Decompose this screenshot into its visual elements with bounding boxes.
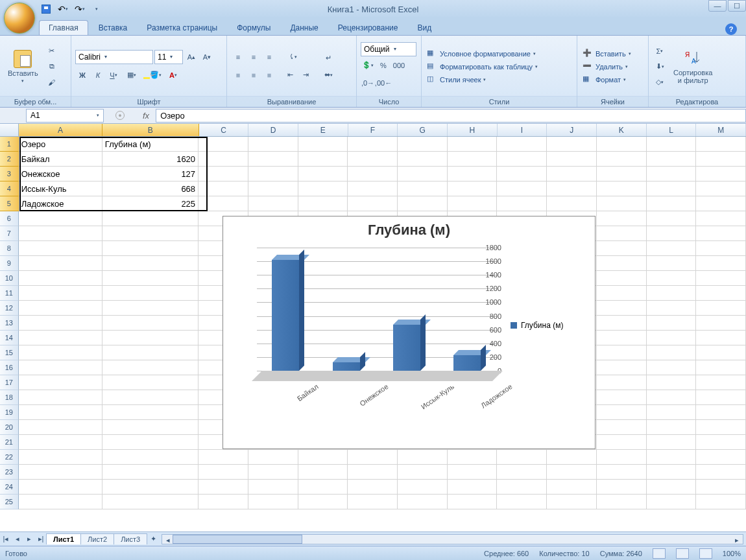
cell-M6[interactable] xyxy=(696,211,746,226)
help-icon[interactable]: ? xyxy=(725,23,737,35)
cell-L10[interactable] xyxy=(647,271,697,286)
cell-D23[interactable] xyxy=(248,465,298,480)
save-button[interactable] xyxy=(39,2,53,16)
cell-A2[interactable]: Байкал xyxy=(19,152,102,167)
row-header-6[interactable]: 6 xyxy=(0,211,19,226)
cell-E25[interactable] xyxy=(298,495,348,509)
cell-A18[interactable] xyxy=(19,390,102,405)
fill-color-button[interactable]: 🪣▾ xyxy=(143,68,162,82)
cell-A1[interactable]: Озеро xyxy=(19,137,102,152)
cell-F24[interactable] xyxy=(348,480,398,495)
cell-L8[interactable] xyxy=(647,241,697,256)
cell-C22[interactable] xyxy=(199,450,248,465)
cell-B13[interactable] xyxy=(102,316,199,331)
cell-C5[interactable] xyxy=(199,196,248,211)
cell-J22[interactable] xyxy=(547,450,597,465)
page-layout-view-button[interactable] xyxy=(676,548,689,559)
cell-G5[interactable] xyxy=(398,196,448,211)
cell-K23[interactable] xyxy=(597,465,647,480)
cell-L23[interactable] xyxy=(647,465,697,480)
new-sheet-button[interactable]: ✦ xyxy=(147,533,159,545)
cell-I24[interactable] xyxy=(497,480,547,495)
cell-B24[interactable] xyxy=(102,480,199,495)
ribbon-tab-1[interactable]: Вставка xyxy=(90,21,137,35)
cell-K1[interactable] xyxy=(597,137,647,152)
minimize-button[interactable]: — xyxy=(708,0,727,12)
cell-J3[interactable] xyxy=(547,167,597,181)
cell-E22[interactable] xyxy=(298,450,348,465)
merge-button[interactable]: ⬌▾ xyxy=(319,68,337,82)
formula-bar[interactable]: Озеро xyxy=(156,109,746,122)
cell-L3[interactable] xyxy=(647,167,697,181)
cell-A4[interactable]: Иссык-Куль xyxy=(19,181,102,196)
cell-G4[interactable] xyxy=(398,181,448,196)
cell-B7[interactable] xyxy=(102,226,199,241)
cell-A17[interactable] xyxy=(19,375,102,390)
cell-K19[interactable] xyxy=(597,405,647,420)
cell-B8[interactable] xyxy=(102,241,199,256)
cell-H25[interactable] xyxy=(448,495,498,509)
cell-H5[interactable] xyxy=(448,196,498,211)
row-header-3[interactable]: 3 xyxy=(0,167,19,181)
cell-L6[interactable] xyxy=(647,211,697,226)
font-family-select[interactable]: Calibri▾ xyxy=(75,50,153,64)
cell-M1[interactable] xyxy=(696,137,746,152)
row-header-11[interactable]: 11 xyxy=(0,286,19,301)
cell-B9[interactable] xyxy=(102,256,199,271)
cell-K20[interactable] xyxy=(597,420,647,435)
normal-view-button[interactable] xyxy=(653,548,666,559)
cell-K2[interactable] xyxy=(597,152,647,167)
row-header-17[interactable]: 17 xyxy=(0,375,19,390)
row-header-20[interactable]: 20 xyxy=(0,420,19,435)
cell-A5[interactable]: Ладожское xyxy=(19,196,102,211)
col-header-I[interactable]: I xyxy=(498,124,547,136)
cell-I2[interactable] xyxy=(497,152,547,167)
cell-E24[interactable] xyxy=(298,480,348,495)
cell-A24[interactable] xyxy=(19,480,102,495)
increase-font-button[interactable]: A▴ xyxy=(184,50,199,64)
cell-A15[interactable] xyxy=(19,345,102,360)
cut-button[interactable]: ✂ xyxy=(45,44,59,58)
col-header-L[interactable]: L xyxy=(647,124,697,136)
cell-L24[interactable] xyxy=(647,480,697,495)
cell-D2[interactable] xyxy=(248,152,298,167)
sheet-nav-first[interactable]: |◂ xyxy=(0,533,12,545)
cell-B5[interactable]: 225 xyxy=(102,196,199,211)
cell-B1[interactable]: Глубина (м) xyxy=(102,137,199,152)
cell-J24[interactable] xyxy=(547,480,597,495)
cell-A10[interactable] xyxy=(19,271,102,286)
cell-L21[interactable] xyxy=(647,435,697,450)
cell-M5[interactable] xyxy=(696,196,746,211)
cell-M20[interactable] xyxy=(696,420,746,435)
col-header-A[interactable]: A xyxy=(19,124,102,136)
cell-A6[interactable] xyxy=(19,211,102,226)
zoom-level[interactable]: 100% xyxy=(723,550,741,557)
cell-D24[interactable] xyxy=(248,480,298,495)
increase-decimal-button[interactable]: ,0→ xyxy=(361,76,375,90)
cell-K7[interactable] xyxy=(597,226,647,241)
clear-button[interactable]: ◇▾ xyxy=(653,75,667,89)
ribbon-tab-2[interactable]: Разметка страницы xyxy=(138,21,226,35)
cell-D25[interactable] xyxy=(248,495,298,509)
cell-M4[interactable] xyxy=(696,181,746,196)
conditional-format-button[interactable]: ▦Условное форматирование ▾ xyxy=(426,48,539,60)
cell-G2[interactable] xyxy=(398,152,448,167)
percent-button[interactable]: % xyxy=(376,58,391,73)
cell-K5[interactable] xyxy=(597,196,647,211)
cell-I4[interactable] xyxy=(497,181,547,196)
row-header-23[interactable]: 23 xyxy=(0,465,19,480)
cell-C4[interactable] xyxy=(199,181,248,196)
cell-J5[interactable] xyxy=(547,196,597,211)
cell-I3[interactable] xyxy=(497,167,547,181)
cell-M23[interactable] xyxy=(696,465,746,480)
cell-B21[interactable] xyxy=(102,435,199,450)
cell-L7[interactable] xyxy=(647,226,697,241)
cell-K14[interactable] xyxy=(597,331,647,345)
cell-D4[interactable] xyxy=(248,181,298,196)
horizontal-scrollbar[interactable]: ◂ ▸ xyxy=(162,534,743,544)
cell-M7[interactable] xyxy=(696,226,746,241)
cell-L19[interactable] xyxy=(647,405,697,420)
col-header-F[interactable]: F xyxy=(348,124,398,136)
cell-L11[interactable] xyxy=(647,286,697,301)
fill-button[interactable]: ⬇▾ xyxy=(653,60,667,74)
